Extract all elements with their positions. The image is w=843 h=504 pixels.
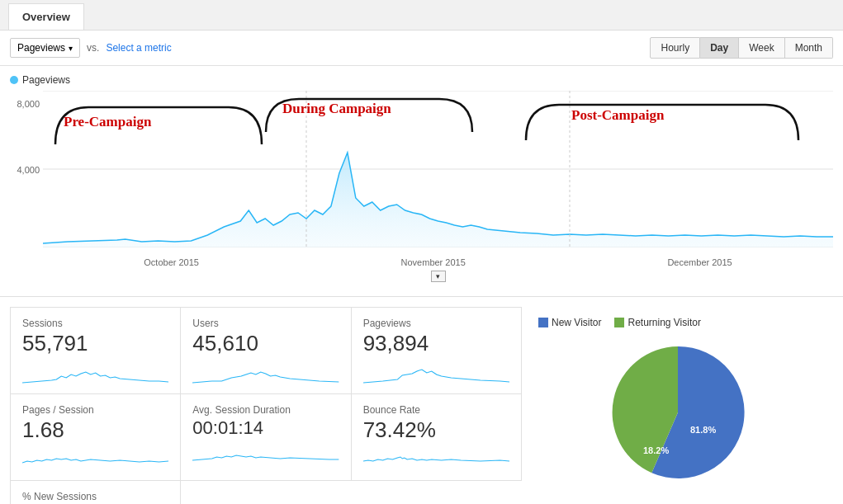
legend-dot-icon [10, 76, 18, 84]
stat-bounce-rate-value: 73.42% [363, 417, 509, 443]
y-label-8000: 8,000 [17, 99, 40, 109]
returning-visitor-color [614, 318, 624, 327]
chart-container: Pageviews 8,000 4,000 [0, 66, 843, 297]
new-visitor-label: New Visitor [552, 317, 601, 328]
time-btn-month[interactable]: Month [785, 37, 833, 59]
sparkline-bounce-rate [363, 446, 509, 471]
stat-avg-session-label: Avg. Session Duration [192, 404, 339, 416]
sparkline-avg-session [192, 442, 339, 467]
y-label-4000: 4,000 [17, 165, 40, 175]
x-label-oct: October 2015 [144, 257, 199, 267]
svg-text:81.8%: 81.8% [690, 425, 716, 435]
pie-chart-svg: 81.8% 18.2% [604, 338, 752, 487]
stat-pageviews: Pageviews 93,894 [351, 307, 522, 394]
sparkline-sessions [22, 360, 168, 384]
pre-campaign-label: Pre-Campaign [64, 114, 151, 130]
stat-avg-session-value: 00:01:14 [192, 417, 339, 439]
post-campaign-label: Post-Campaign [571, 107, 664, 124]
pie-legend: New Visitor Returning Visitor [538, 317, 701, 328]
date-range-dropdown[interactable]: ▾ [431, 271, 446, 282]
stat-pages-session-label: Pages / Session [22, 404, 168, 416]
metric-button[interactable]: Pageviews ▾ [10, 38, 80, 58]
stat-pages-session-value: 1.68 [22, 417, 168, 443]
x-label-nov: November 2015 [401, 257, 466, 267]
sparkline-pageviews [363, 360, 509, 384]
stat-sessions-label: Sessions [22, 318, 168, 329]
stats-section: Sessions 55,791 Users 45,610 Pageviews 9… [0, 297, 843, 504]
pie-section: New Visitor Returning Visitor 81.8% 18.2… [522, 307, 833, 504]
stat-bounce-rate-label: Bounce Rate [363, 404, 509, 416]
stat-users: Users 45,610 [180, 307, 350, 394]
chart-legend-label: Pageviews [22, 74, 70, 86]
tab-bar: Overview [0, 0, 843, 31]
time-btn-hourly[interactable]: Hourly [650, 37, 700, 59]
chart-legend: Pageviews [10, 74, 833, 86]
new-visitor-color [538, 318, 548, 327]
sparkline-pages-session [22, 446, 168, 471]
tab-overview[interactable]: Overview [8, 3, 84, 30]
metric-label: Pageviews [17, 42, 65, 54]
svg-text:18.2%: 18.2% [643, 445, 669, 455]
stat-avg-session: Avg. Session Duration 00:01:14 [180, 394, 350, 481]
stat-pageviews-label: Pageviews [363, 318, 509, 329]
select-metric-link[interactable]: Select a metric [106, 42, 171, 54]
stat-pageviews-value: 93,894 [363, 331, 509, 356]
pie-legend-returning-visitor: Returning Visitor [614, 317, 701, 328]
x-label-dec: December 2015 [667, 257, 732, 267]
returning-visitor-label: Returning Visitor [628, 317, 701, 328]
stat-new-sessions-label: % New Sessions [22, 491, 168, 502]
header-row: Pageviews ▾ vs. Select a metric Hourly D… [0, 31, 843, 66]
sparkline-users [192, 360, 339, 384]
stat-users-value: 45,610 [192, 331, 339, 356]
stat-sessions: Sessions 55,791 [10, 307, 180, 394]
x-axis: October 2015 November 2015 December 2015 [10, 257, 833, 267]
pie-legend-new-visitor: New Visitor [538, 317, 601, 328]
stat-sessions-value: 55,791 [22, 331, 168, 356]
during-campaign-label: During Campaign [282, 101, 391, 117]
dropdown-arrow-icon: ▾ [69, 44, 73, 53]
stat-bounce-rate: Bounce Rate 73.42% [351, 394, 522, 481]
stat-pages-session: Pages / Session 1.68 [10, 394, 180, 481]
stat-users-label: Users [192, 318, 339, 329]
time-btn-day[interactable]: Day [700, 37, 739, 59]
stat-new-sessions: % New Sessions 81.70% [10, 481, 181, 504]
vs-label: vs. [87, 42, 99, 54]
time-btn-week[interactable]: Week [739, 37, 784, 59]
time-buttons-group: Hourly Day Week Month [650, 37, 833, 59]
